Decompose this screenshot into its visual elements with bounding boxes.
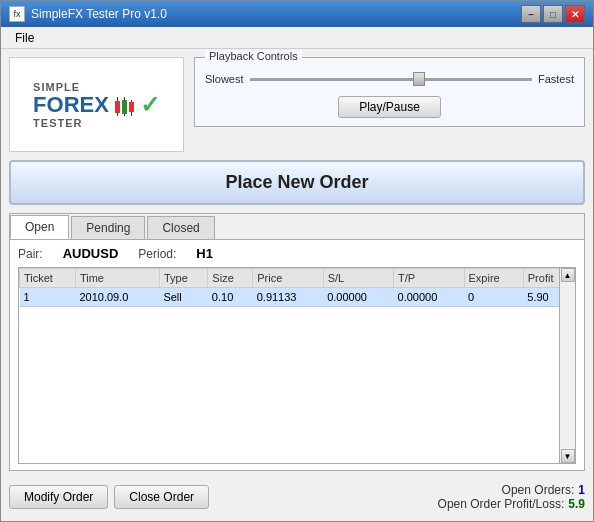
scrollbar-right[interactable]: ▲ ▼ bbox=[559, 268, 575, 463]
file-menu[interactable]: File bbox=[7, 29, 42, 47]
logo-candles bbox=[115, 94, 134, 116]
period-value: H1 bbox=[196, 246, 213, 261]
tab-bar: Open Pending Closed bbox=[10, 214, 584, 240]
title-bar-left: fx SimpleFX Tester Pro v1.0 bbox=[9, 6, 167, 22]
window-title: SimpleFX Tester Pro v1.0 bbox=[31, 7, 167, 21]
speed-slider-container[interactable] bbox=[250, 70, 532, 88]
main-window: fx SimpleFX Tester Pro v1.0 – □ ✕ File S… bbox=[0, 0, 594, 522]
col-sl: S/L bbox=[323, 269, 393, 288]
content-area: SIMPLE FOREX bbox=[1, 49, 593, 521]
candle-3 bbox=[129, 100, 134, 116]
col-size: Size bbox=[208, 269, 253, 288]
tabs-section: Open Pending Closed Pair: AUDUSD Period:… bbox=[9, 213, 585, 471]
candle-1 bbox=[115, 97, 120, 116]
cell-price: 0.91133 bbox=[253, 288, 323, 307]
candle-2-body bbox=[122, 100, 127, 114]
speed-track bbox=[250, 78, 532, 81]
app-icon: fx bbox=[9, 6, 25, 22]
minimize-button[interactable]: – bbox=[521, 5, 541, 23]
close-order-button[interactable]: Close Order bbox=[114, 485, 209, 509]
tab-pending[interactable]: Pending bbox=[71, 216, 145, 239]
open-orders-row: Open Orders: 1 bbox=[438, 483, 585, 497]
col-ticket: Ticket bbox=[20, 269, 76, 288]
pair-period-row: Pair: AUDUSD Period: H1 bbox=[18, 246, 576, 261]
close-button[interactable]: ✕ bbox=[565, 5, 585, 23]
period-label: Period: bbox=[138, 247, 176, 261]
open-orders-value: 1 bbox=[578, 483, 585, 497]
play-pause-button[interactable]: Play/Pause bbox=[338, 96, 441, 118]
cell-size: 0.10 bbox=[208, 288, 253, 307]
logo-forex-text: FOREX bbox=[33, 94, 109, 116]
profit-loss-value: 5.9 bbox=[568, 497, 585, 511]
playback-controls: Playback Controls Slowest Fastest Play/P… bbox=[194, 57, 585, 127]
pair-label: Pair: bbox=[18, 247, 43, 261]
order-stats: Open Orders: 1 Open Order Profit/Loss: 5… bbox=[438, 483, 585, 511]
order-buttons: Modify Order Close Order bbox=[9, 485, 209, 509]
logo-simple-text: SIMPLE bbox=[33, 81, 80, 93]
menu-bar: File bbox=[1, 27, 593, 49]
profit-loss-row: Open Order Profit/Loss: 5.9 bbox=[438, 497, 585, 511]
speed-thumb[interactable] bbox=[413, 72, 425, 86]
col-tp: T/P bbox=[394, 269, 464, 288]
cell-t/p: 0.00000 bbox=[394, 288, 464, 307]
slowest-label: Slowest bbox=[205, 73, 244, 85]
logo-tester-text: TESTER bbox=[33, 117, 82, 129]
logo-forex-row: FOREX bbox=[33, 93, 160, 117]
maximize-button[interactable]: □ bbox=[543, 5, 563, 23]
bottom-section: Modify Order Close Order Open Orders: 1 … bbox=[9, 479, 585, 513]
candle-1-bottom-wick bbox=[117, 113, 118, 116]
cell-s/l: 0.00000 bbox=[323, 288, 393, 307]
table-header: Ticket Time Type Size Price S/L T/P Expi… bbox=[20, 269, 575, 288]
logo-content: SIMPLE FOREX bbox=[33, 81, 160, 129]
candle-2 bbox=[122, 97, 127, 116]
orders-table-container: Ticket Time Type Size Price S/L T/P Expi… bbox=[18, 267, 576, 464]
place-new-order-button[interactable]: Place New Order bbox=[9, 160, 585, 205]
cell-expire: 0 bbox=[464, 288, 523, 307]
candle-1-body bbox=[115, 101, 120, 113]
logo-area: SIMPLE FOREX bbox=[9, 57, 184, 152]
table-row[interactable]: 12010.09.0Sell0.100.911330.000000.000000… bbox=[20, 288, 575, 307]
candle-3-bottom-wick bbox=[131, 112, 132, 116]
col-type: Type bbox=[159, 269, 207, 288]
scroll-up-arrow[interactable]: ▲ bbox=[561, 268, 575, 282]
speed-row: Slowest Fastest bbox=[205, 70, 574, 88]
tab-content: Pair: AUDUSD Period: H1 Ticket Time Type bbox=[10, 240, 584, 470]
orders-table: Ticket Time Type Size Price S/L T/P Expi… bbox=[19, 268, 575, 307]
candle-2-bottom-wick bbox=[124, 114, 125, 116]
col-time: Time bbox=[75, 269, 159, 288]
open-orders-label: Open Orders: bbox=[502, 483, 575, 497]
top-section: SIMPLE FOREX bbox=[9, 57, 585, 152]
pair-value: AUDUSD bbox=[63, 246, 119, 261]
logo-checkmark: ✓ bbox=[140, 93, 160, 117]
tab-closed[interactable]: Closed bbox=[147, 216, 214, 239]
cell-time: 2010.09.0 bbox=[75, 288, 159, 307]
modify-order-button[interactable]: Modify Order bbox=[9, 485, 108, 509]
candle-3-body bbox=[129, 102, 134, 112]
scroll-down-arrow[interactable]: ▼ bbox=[561, 449, 575, 463]
title-bar: fx SimpleFX Tester Pro v1.0 – □ ✕ bbox=[1, 1, 593, 27]
col-expire: Expire bbox=[464, 269, 523, 288]
col-price: Price bbox=[253, 269, 323, 288]
profit-loss-label: Open Order Profit/Loss: bbox=[438, 497, 565, 511]
table-body: 12010.09.0Sell0.100.911330.000000.000000… bbox=[20, 288, 575, 307]
tab-open[interactable]: Open bbox=[10, 215, 69, 239]
fastest-label: Fastest bbox=[538, 73, 574, 85]
cell-type: Sell bbox=[159, 288, 207, 307]
cell-ticket: 1 bbox=[20, 288, 76, 307]
playback-legend: Playback Controls bbox=[205, 50, 302, 62]
title-buttons: – □ ✕ bbox=[521, 5, 585, 23]
